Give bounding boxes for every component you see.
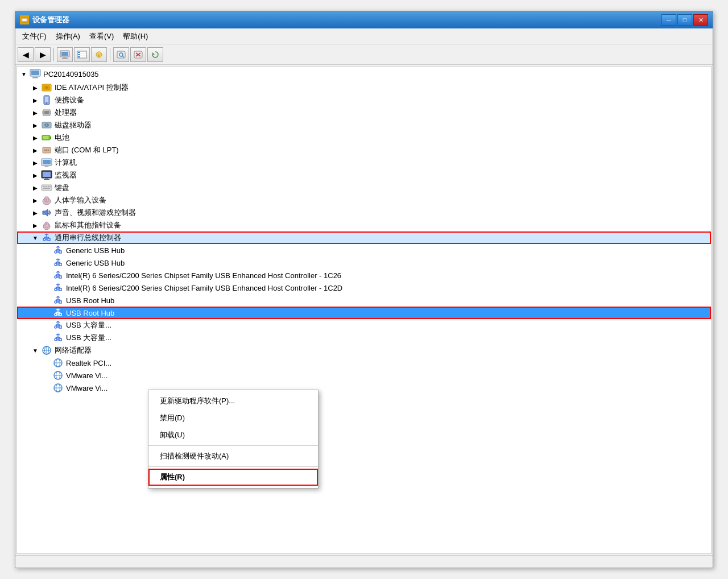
intel-1c2d-label: Intel(R) 6 Series/C200 Series Chipset Fa… [66, 284, 342, 292]
menu-file[interactable]: 文件(F) [18, 29, 51, 44]
ide-expand[interactable]: ▶ [31, 83, 40, 92]
device-tree[interactable]: ▼ PC20140915035 ▶ [16, 66, 712, 554]
network-expand[interactable]: ▼ [31, 346, 40, 355]
monitor-icon [41, 169, 52, 181]
main-area: ▼ PC20140915035 ▶ [15, 65, 713, 555]
menu-bar: 文件(F) 操作(A) 查看(V) 帮助(H) [15, 28, 713, 44]
keyboard-icon [41, 182, 52, 193]
tree-item-network[interactable]: ▼ 网络适配器 [17, 344, 711, 357]
portable-expand[interactable]: ▶ [31, 96, 40, 105]
menu-view[interactable]: 查看(V) [85, 29, 118, 44]
tree-item-mouse[interactable]: ▶ 鼠标和其他指针设备 [17, 219, 711, 231]
menu-action[interactable]: 操作(A) [51, 29, 85, 44]
tree-item-battery[interactable]: ▶ 电池 [17, 131, 711, 144]
list-button[interactable] [74, 47, 90, 62]
tree-item-usb-root[interactable]: ▼ 通用串行总线控制器 [17, 231, 711, 244]
ctx-scan[interactable]: 扫描检测硬件改动(A) [148, 448, 318, 465]
svg-marker-67 [43, 209, 48, 216]
tree-item-computer[interactable]: ▶ 计算机 [17, 156, 711, 169]
network-label: 网络适配器 [55, 345, 92, 355]
tree-root[interactable]: ▼ PC20140915035 [17, 67, 711, 81]
tree-item-intel-usb-1c2d[interactable]: ▶ Intel(R) 6 Series/C200 Series Chipset … [17, 282, 711, 294]
tree-item-monitor[interactable]: ▶ 监视器 [17, 169, 711, 181]
ctx-properties[interactable]: 属性(R) [148, 469, 318, 486]
svg-rect-56 [44, 179, 49, 180]
context-menu: 更新驱动程序软件(P)... 禁用(D) 卸载(U) 扫描检测硬件改动(A) 属… [148, 390, 318, 489]
tree-item-usb-mass-1[interactable]: ▶ USB 大容量... [17, 319, 711, 332]
svg-rect-58 [43, 186, 44, 187]
minimize-button[interactable]: ─ [661, 14, 676, 26]
mouse-expand[interactable]: ▶ [31, 221, 40, 230]
remove-button[interactable] [130, 47, 146, 62]
device-manager-window: 设备管理器 ─ □ ✕ 文件(F) 操作(A) 查看(V) 帮助(H) ◀ ▶ [15, 11, 713, 568]
tree-item-realtek[interactable]: ▶ Realtek PCI... [17, 357, 711, 369]
tree-item-vmware-2[interactable]: ▶ VMware Vi... [17, 382, 711, 394]
tree-item-sound[interactable]: ▶ 声音、视频和游戏控制器 [17, 206, 711, 219]
tree-item-intel-usb-1c26[interactable]: ▶ Intel(R) 6 Series/C200 Series Chipset … [17, 269, 711, 282]
svg-rect-29 [45, 97, 48, 102]
usb-root-expand[interactable]: ▼ [31, 233, 40, 242]
vmware-1-icon [52, 370, 64, 381]
disk-label: 磁盘驱动器 [55, 120, 92, 130]
tree-item-vmware-1[interactable]: ▶ VMware Vi... [17, 369, 711, 382]
root-expand-icon[interactable]: ▼ [19, 69, 28, 78]
port-expand[interactable]: ▶ [31, 146, 40, 155]
ctx-separator-2 [148, 466, 318, 467]
tree-item-port[interactable]: ▶ 端口 (COM 和 LPT) [17, 144, 711, 156]
menu-help[interactable]: 帮助(H) [118, 29, 152, 44]
tree-item-ide[interactable]: ▶ IDE ATA/ATAPI 控制器 [17, 81, 711, 94]
monitor-expand[interactable]: ▶ [31, 171, 40, 180]
svg-rect-82 [59, 301, 61, 303]
tree-item-disk[interactable]: ▶ 磁盘驱动器 [17, 119, 711, 131]
portable-icon [41, 94, 52, 106]
svg-rect-50 [43, 160, 51, 164]
tree-item-generic-hub-1[interactable]: ▶ Generic USB Hub [17, 244, 711, 257]
svg-point-30 [46, 103, 47, 104]
svg-rect-61 [48, 186, 49, 187]
back-button[interactable]: ◀ [18, 47, 34, 62]
svg-point-27 [46, 86, 48, 89]
svg-rect-9 [78, 52, 80, 53]
keyboard-expand[interactable]: ▶ [31, 183, 40, 192]
svg-point-71 [43, 238, 46, 241]
battery-expand[interactable]: ▶ [31, 133, 40, 142]
tree-item-cpu[interactable]: ▶ 处理器 [17, 106, 711, 119]
intel-1c26-icon [52, 270, 64, 281]
window-title: 设备管理器 [32, 15, 661, 25]
sound-expand[interactable]: ▶ [31, 208, 40, 217]
disk-expand[interactable]: ▶ [31, 121, 40, 130]
computer-button[interactable] [57, 47, 73, 62]
ctx-uninstall[interactable]: 卸载(U) [148, 427, 318, 444]
monitor-label: 监视器 [55, 170, 77, 180]
tree-item-usb-mass-2[interactable]: ▶ USB 大容量... [17, 332, 711, 344]
tree-item-usb-root-hub-1[interactable]: ▶ USB Root Hub [17, 294, 711, 307]
tree-item-generic-hub-2[interactable]: ▶ Generic USB Hub [17, 257, 711, 269]
computer-expand[interactable]: ▶ [31, 158, 40, 167]
maximize-button[interactable]: □ [677, 14, 692, 26]
usb-root-label: 通用串行总线控制器 [55, 233, 121, 243]
tree-item-usb-root-hub-2[interactable]: ▶ USB Root Hub [17, 307, 711, 319]
refresh-button[interactable] [147, 47, 163, 62]
portable-label: 便携设备 [55, 95, 84, 105]
svg-rect-10 [78, 54, 80, 55]
tree-item-keyboard[interactable]: ▶ 键盘 [17, 181, 711, 194]
computer-label: 计算机 [55, 158, 77, 168]
ctx-update[interactable]: 更新驱动程序软件(P)... [148, 392, 318, 410]
scan-button[interactable] [113, 47, 129, 62]
tree-item-hid[interactable]: ▶ 人体学输入设备 [17, 194, 711, 206]
ctx-disable[interactable]: 禁用(D) [148, 410, 318, 427]
port-label: 端口 (COM 和 LPT) [55, 145, 119, 155]
generic-hub-1-label: Generic USB Hub [66, 246, 125, 255]
tree-item-portable[interactable]: ▶ 便携设备 [17, 94, 711, 106]
svg-rect-1 [22, 19, 27, 21]
cpu-expand[interactable]: ▶ [31, 108, 40, 117]
svg-rect-78 [59, 276, 61, 278]
close-button[interactable]: ✕ [693, 14, 708, 26]
properties-button[interactable]: i [91, 47, 107, 62]
usb-mass-2-icon [52, 332, 64, 344]
hid-expand[interactable]: ▶ [31, 196, 40, 205]
sound-icon [41, 207, 52, 218]
svg-rect-88 [59, 338, 61, 341]
usb-mass-1-label: USB 大容量... [66, 320, 111, 330]
forward-button[interactable]: ▶ [35, 47, 51, 62]
